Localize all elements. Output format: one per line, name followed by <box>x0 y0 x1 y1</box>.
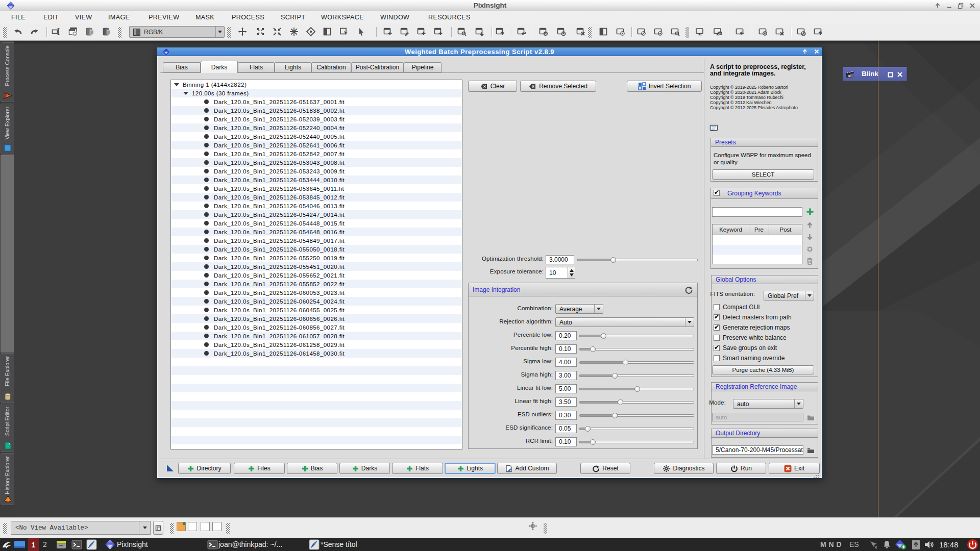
svg-text:24: 24 <box>718 32 722 35</box>
